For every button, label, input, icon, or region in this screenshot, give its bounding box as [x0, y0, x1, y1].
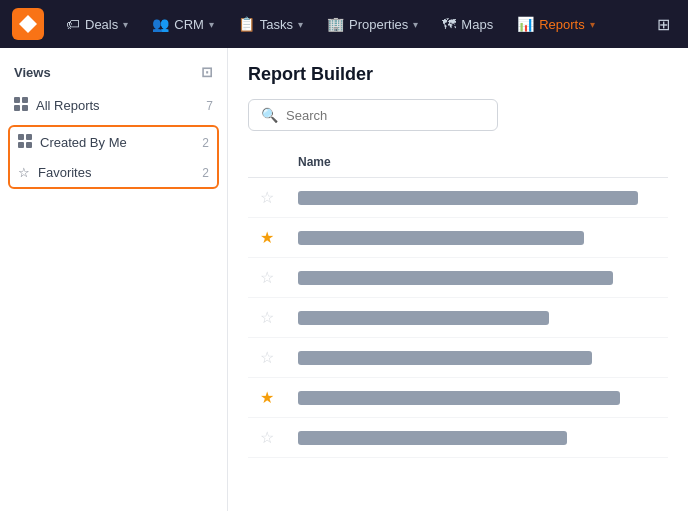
star-icon[interactable]: ★ [260, 389, 274, 406]
report-name-cell [286, 338, 668, 378]
star-cell: ★ [248, 378, 286, 418]
reports-icon: 📊 [517, 16, 534, 32]
sidebar-highlighted-group: Created By Me 2 ☆ Favorites 2 [8, 125, 219, 189]
nav-tasks-label: Tasks [260, 17, 293, 32]
nav-deals[interactable]: 🏷 Deals ▾ [56, 10, 138, 38]
tasks-icon: 📋 [238, 16, 255, 32]
svg-rect-7 [26, 142, 32, 148]
nav-maps-label: Maps [461, 17, 493, 32]
sidebar-item-favorites[interactable]: ☆ Favorites 2 [10, 158, 217, 187]
table-row: ☆ [248, 178, 668, 218]
star-icon[interactable]: ☆ [260, 309, 274, 326]
report-name-cell [286, 418, 668, 458]
reports-table: Name ☆★☆☆☆★☆ [248, 147, 668, 458]
logo-icon [19, 15, 37, 33]
report-name-bar [298, 191, 638, 205]
report-name-bar [298, 231, 584, 245]
star-cell: ★ [248, 218, 286, 258]
star-cell: ☆ [248, 418, 286, 458]
star-icon[interactable]: ☆ [260, 269, 274, 286]
report-name-bar [298, 431, 567, 445]
svg-rect-0 [14, 97, 20, 103]
deals-chevron-icon: ▾ [123, 19, 128, 30]
report-name-cell [286, 298, 668, 338]
nav-deals-label: Deals [85, 17, 118, 32]
star-icon[interactable]: ★ [260, 229, 274, 246]
report-name-bar [298, 351, 592, 365]
views-label: Views [14, 65, 51, 80]
nav-properties[interactable]: 🏢 Properties ▾ [317, 10, 428, 38]
nav-crm-label: CRM [174, 17, 204, 32]
star-icon[interactable]: ☆ [260, 189, 274, 206]
sidebar-item-created-by-me[interactable]: Created By Me 2 [10, 127, 217, 158]
report-name-bar [298, 391, 620, 405]
search-icon: 🔍 [261, 107, 278, 123]
report-name-bar [298, 311, 549, 325]
created-by-me-icon [18, 134, 32, 151]
favorites-count: 2 [202, 166, 209, 180]
logo[interactable] [12, 8, 44, 40]
nav-reports-label: Reports [539, 17, 585, 32]
favorites-label: Favorites [38, 165, 194, 180]
star-cell: ☆ [248, 258, 286, 298]
svg-rect-2 [14, 105, 20, 111]
star-cell: ☆ [248, 298, 286, 338]
svg-rect-6 [18, 142, 24, 148]
all-reports-label: All Reports [36, 98, 198, 113]
app-layout: Views ⊡ All Reports 7 Created By Me 2 ☆ … [0, 48, 688, 511]
sidebar-views-header: Views ⊡ [0, 60, 227, 90]
report-name-cell [286, 218, 668, 258]
table-header-name: Name [286, 147, 668, 178]
maps-icon: 🗺 [442, 16, 456, 32]
nav-maps[interactable]: 🗺 Maps [432, 10, 503, 38]
table-row: ☆ [248, 418, 668, 458]
reports-chevron-icon: ▾ [590, 19, 595, 30]
grid-menu-icon[interactable]: ⊞ [651, 9, 676, 40]
star-icon[interactable]: ☆ [260, 429, 274, 446]
report-name-cell [286, 258, 668, 298]
favorites-icon: ☆ [18, 165, 30, 180]
star-cell: ☆ [248, 338, 286, 378]
all-reports-icon [14, 97, 28, 114]
sidebar-expand-icon[interactable]: ⊡ [201, 64, 213, 80]
main-content: Report Builder 🔍 Name ☆★☆☆☆★☆ [228, 48, 688, 511]
nav-reports[interactable]: 📊 Reports ▾ [507, 10, 605, 38]
star-icon[interactable]: ☆ [260, 349, 274, 366]
created-by-me-label: Created By Me [40, 135, 194, 150]
svg-rect-5 [26, 134, 32, 140]
nav-properties-label: Properties [349, 17, 408, 32]
report-name-cell [286, 178, 668, 218]
star-cell: ☆ [248, 178, 286, 218]
svg-rect-4 [18, 134, 24, 140]
svg-rect-1 [22, 97, 28, 103]
table-row: ☆ [248, 258, 668, 298]
sidebar: Views ⊡ All Reports 7 Created By Me 2 ☆ … [0, 48, 228, 511]
crm-icon: 👥 [152, 16, 169, 32]
page-title: Report Builder [248, 64, 668, 85]
all-reports-count: 7 [206, 99, 213, 113]
table-header-star [248, 147, 286, 178]
search-input[interactable] [286, 108, 485, 123]
table-row: ★ [248, 218, 668, 258]
svg-rect-3 [22, 105, 28, 111]
top-navigation: 🏷 Deals ▾ 👥 CRM ▾ 📋 Tasks ▾ 🏢 Properties… [0, 0, 688, 48]
deals-icon: 🏷 [66, 16, 80, 32]
report-name-bar [298, 271, 613, 285]
properties-chevron-icon: ▾ [413, 19, 418, 30]
table-row: ☆ [248, 338, 668, 378]
properties-icon: 🏢 [327, 16, 344, 32]
crm-chevron-icon: ▾ [209, 19, 214, 30]
table-row: ★ [248, 378, 668, 418]
nav-tasks[interactable]: 📋 Tasks ▾ [228, 10, 313, 38]
created-by-me-count: 2 [202, 136, 209, 150]
sidebar-item-all-reports[interactable]: All Reports 7 [0, 90, 227, 121]
table-row: ☆ [248, 298, 668, 338]
report-name-cell [286, 378, 668, 418]
search-bar[interactable]: 🔍 [248, 99, 498, 131]
tasks-chevron-icon: ▾ [298, 19, 303, 30]
nav-crm[interactable]: 👥 CRM ▾ [142, 10, 224, 38]
